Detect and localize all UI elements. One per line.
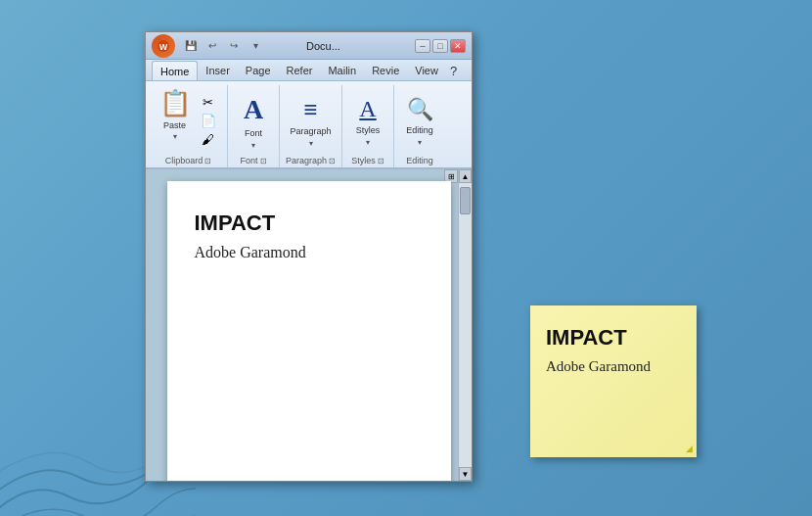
sticky-garamond-text: Adobe Garamond xyxy=(546,358,681,375)
doc-impact-text: IMPACT xyxy=(195,211,424,236)
scroll-up-button[interactable]: ▲ xyxy=(459,169,472,183)
scroll-track xyxy=(459,183,472,467)
scroll-thumb[interactable] xyxy=(460,187,471,214)
tab-view[interactable]: View xyxy=(407,61,446,80)
cut-button[interactable]: ✂ xyxy=(196,93,221,111)
font-label: Font ⊡ xyxy=(234,154,273,167)
tab-refer[interactable]: Refer xyxy=(279,61,321,80)
dropdown-qat-btn[interactable]: ▾ xyxy=(248,38,263,54)
word-window: W 💾 ↩ ↪ ▾ Docu... – □ ✕ Home Inser Page xyxy=(145,31,473,482)
sticky-corner-icon: ◢ xyxy=(686,444,693,453)
styles-buttons: A Styles ▾ xyxy=(348,85,387,154)
window-title: Docu... xyxy=(306,40,340,52)
save-qat-btn[interactable]: 💾 xyxy=(183,38,199,54)
sticky-impact-text: IMPACT xyxy=(546,325,681,351)
title-bar: W 💾 ↩ ↪ ▾ Docu... – □ ✕ xyxy=(146,32,472,60)
styles-large-button[interactable]: A Styles ▾ xyxy=(348,96,387,147)
tab-help-icon[interactable]: ? xyxy=(446,61,461,80)
scroll-down-button[interactable]: ▼ xyxy=(459,467,472,481)
doc-garamond-text: Adobe Garamond xyxy=(195,244,424,261)
clipboard-label: Clipboard ⊡ xyxy=(154,154,223,167)
ribbon-group-paragraph: ≡ Paragraph ▾ Paragraph ⊡ xyxy=(280,85,342,167)
ribbon-group-styles: A Styles ▾ Styles ⊡ xyxy=(342,85,394,167)
copy-button[interactable]: 📄 xyxy=(196,112,221,129)
document-page: IMPACT Adobe Garamond xyxy=(167,181,451,481)
sticky-note: IMPACT Adobe Garamond ◢ xyxy=(530,305,697,457)
paragraph-large-button[interactable]: ≡ Paragraph ▾ xyxy=(292,96,331,147)
tab-mailin[interactable]: Mailin xyxy=(320,61,364,80)
quick-access-toolbar: 💾 ↩ ↪ ▾ xyxy=(183,38,263,54)
title-bar-controls: – □ ✕ xyxy=(415,39,466,53)
office-button[interactable]: W xyxy=(152,34,175,58)
editing-large-button[interactable]: 🔍 Editing ▾ xyxy=(400,96,439,147)
paste-button[interactable]: 📋 Paste ▾ xyxy=(157,89,194,140)
painter-button[interactable]: 🖌 xyxy=(196,130,221,148)
paragraph-buttons: ≡ Paragraph ▾ xyxy=(292,85,331,154)
tab-home[interactable]: Home xyxy=(152,61,198,80)
vertical-scrollbar[interactable]: ▲ ▼ xyxy=(458,169,472,481)
close-button[interactable]: ✕ xyxy=(450,39,466,53)
ribbon-group-font: A Font ▾ Font ⊡ xyxy=(228,85,280,167)
undo-qat-btn[interactable]: ↩ xyxy=(204,38,220,54)
minimize-button[interactable]: – xyxy=(415,39,430,53)
editing-buttons: 🔍 Editing ▾ xyxy=(400,85,439,154)
maximize-button[interactable]: □ xyxy=(432,39,448,53)
ribbon-group-clipboard: 📋 Paste ▾ ✂ 📄 🖌 Clipboard ⊡ xyxy=(150,85,228,167)
redo-qat-btn[interactable]: ↪ xyxy=(226,38,242,54)
font-large-button[interactable]: A Font ▾ xyxy=(234,96,273,147)
ribbon-group-editing: 🔍 Editing ▾ Editing xyxy=(394,85,445,167)
paragraph-label: Paragraph ⊡ xyxy=(286,154,336,167)
ribbon-content: 📋 Paste ▾ ✂ 📄 🖌 Clipboard ⊡ xyxy=(146,81,472,169)
title-bar-left: W 💾 ↩ ↪ ▾ Docu... xyxy=(152,34,340,58)
svg-text:W: W xyxy=(159,42,168,52)
tab-page[interactable]: Page xyxy=(238,61,279,80)
styles-label: Styles ⊡ xyxy=(348,154,387,167)
document-area: ▲ ▼ ⊞ IMPACT Adobe Garamond xyxy=(146,169,472,481)
editing-label: Editing xyxy=(400,154,439,167)
tab-revie[interactable]: Revie xyxy=(364,61,407,80)
font-buttons: A Font ▾ xyxy=(234,85,273,154)
ribbon-tabs: Home Inser Page Refer Mailin Revie View … xyxy=(146,60,472,81)
tab-insert[interactable]: Inser xyxy=(198,61,237,80)
